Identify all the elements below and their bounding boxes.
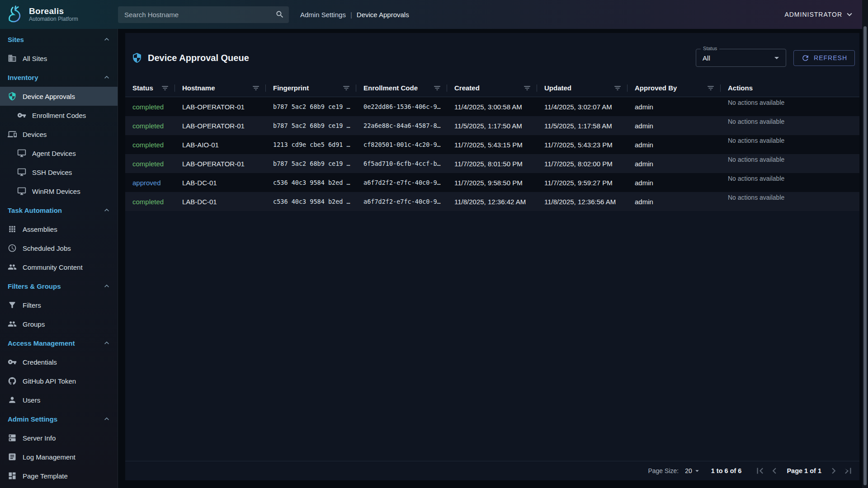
filter-list-icon[interactable] (613, 84, 622, 92)
status-badge: completed (132, 141, 164, 149)
chevron-up-icon (102, 338, 111, 347)
breadcrumb-admin-settings[interactable]: Admin Settings (300, 11, 346, 19)
item-label: Device Approvals (23, 93, 75, 100)
table-header-row: Status Hostname Fingerprint Enrollment C… (125, 79, 859, 97)
sidebar-item-ssh-devices[interactable]: SSH Devices (0, 163, 118, 182)
key-icon (17, 111, 26, 120)
column-header-created[interactable]: Created (447, 79, 537, 97)
page-size-label: Page Size: (648, 467, 679, 474)
column-header-enrollment-code[interactable]: Enrollment Code (356, 79, 447, 97)
actions-cell: No actions available (721, 173, 859, 192)
approved-by-cell: admin (627, 135, 721, 154)
sidebar-item-winrm-devices[interactable]: WinRM Devices (0, 182, 118, 201)
sidebar-item-log-management[interactable]: Log Management (0, 447, 118, 466)
search-icon[interactable] (275, 10, 284, 19)
column-header-fingerprint[interactable]: Fingerprint (266, 79, 356, 97)
next-page-button[interactable] (828, 465, 840, 477)
chevron-up-icon (102, 282, 111, 291)
status-badge: completed (132, 198, 164, 206)
sidebar-section-filters-groups[interactable]: Filters & Groups (0, 277, 118, 296)
user-menu[interactable]: ADMINISTRATOR (784, 9, 868, 19)
created-cell: 11/8/2025, 12:36:42 AM (447, 192, 537, 211)
previous-page-button[interactable] (769, 465, 780, 477)
sidebar-section-admin-settings[interactable]: Admin Settings (0, 409, 118, 428)
item-label: Filters (23, 301, 41, 309)
table-row[interactable]: completed LAB-OPERATOR-01 b787 5ac2 68b9… (125, 116, 859, 135)
section-label: Task Automation (8, 206, 62, 214)
sidebar-item-assemblies[interactable]: Assemblies (0, 220, 118, 239)
sidebar-item-all-sites[interactable]: All Sites (0, 49, 118, 68)
fingerprint-cell: b787 5ac2 68b9 ce19 … (266, 97, 356, 116)
enrollment-code-cell: 6f5ad710-6cfb-4ccf-b… (356, 154, 447, 173)
item-label: Server Info (23, 434, 56, 442)
top-bar: Borealis Automation Platform Admin Setti… (0, 0, 868, 29)
table-row[interactable]: completed LAB-OPERATOR-01 b787 5ac2 68b9… (125, 154, 859, 173)
table-row[interactable]: completed LAB-AIO-01 1213 cd9e cbe5 6d91… (125, 135, 859, 154)
chevron-up-icon (102, 35, 111, 44)
filter-list-icon[interactable] (433, 84, 441, 92)
actions-cell: No actions available (721, 192, 859, 211)
sidebar-item-device-approvals[interactable]: Device Approvals (0, 87, 118, 106)
devices-icon (8, 130, 17, 139)
filter-list-icon[interactable] (523, 84, 531, 92)
sidebar-section-inventory[interactable]: Inventory (0, 68, 118, 87)
sidebar-item-agent-devices[interactable]: Agent Devices (0, 144, 118, 163)
refresh-button[interactable]: REFRESH (793, 50, 855, 66)
column-label: Approved By (635, 84, 677, 92)
page-title: Device Approval Queue (132, 52, 249, 63)
sidebar-item-github-api-token[interactable]: GitHub API Token (0, 371, 118, 390)
sidebar-item-filters[interactable]: Filters (0, 296, 118, 314)
filter-list-icon[interactable] (707, 84, 715, 92)
sidebar-section-access-management[interactable]: Access Management (0, 333, 118, 352)
sidebar-item-enrollment-codes[interactable]: Enrollment Codes (0, 106, 118, 125)
scrollbar-thumb[interactable] (863, 26, 867, 485)
approved-by-cell: admin (627, 173, 721, 192)
brand: Borealis Automation Platform (0, 5, 118, 24)
fingerprint-cell: c536 40c3 9584 b2ed … (266, 192, 356, 211)
page-title-text: Device Approval Queue (148, 53, 249, 63)
sidebar-item-scheduled-jobs[interactable]: Scheduled Jobs (0, 239, 118, 258)
section-label: Sites (8, 36, 24, 43)
actions-cell: No actions available (721, 97, 859, 116)
status-filter-select[interactable]: Status All (696, 49, 786, 67)
monitor-icon (17, 168, 26, 177)
sidebar-item-server-info[interactable]: Server Info (0, 428, 118, 447)
page-size-select[interactable]: 20 (685, 467, 701, 475)
table-row[interactable]: completed LAB-OPERATOR-01 b787 5ac2 68b9… (125, 97, 859, 116)
hostname-cell: LAB-DC-01 (175, 173, 266, 192)
actions-cell: No actions available (721, 116, 859, 135)
filter-list-icon[interactable] (252, 84, 260, 92)
log-icon (8, 452, 17, 461)
building-icon (8, 54, 17, 63)
status-filter-value: All (703, 54, 710, 62)
column-label: Hostname (182, 84, 215, 92)
item-label: Page Template (23, 472, 68, 480)
apps-icon (8, 225, 17, 234)
sidebar-item-users[interactable]: Users (0, 390, 118, 409)
people-icon (8, 263, 17, 272)
column-header-approved-by[interactable]: Approved By (627, 79, 721, 97)
first-page-button[interactable] (754, 465, 766, 477)
column-header-hostname[interactable]: Hostname (175, 79, 266, 97)
column-header-updated[interactable]: Updated (537, 79, 627, 97)
item-label: Enrollment Codes (32, 112, 86, 119)
chevron-up-icon (102, 73, 111, 82)
table-row[interactable]: completed LAB-DC-01 c536 40c3 9584 b2ed … (125, 192, 859, 211)
sidebar-section-sites[interactable]: Sites (0, 30, 118, 49)
item-label: WinRM Devices (32, 188, 80, 195)
column-header-actions[interactable]: Actions (721, 79, 859, 97)
last-page-button[interactable] (842, 465, 854, 477)
sidebar-item-devices[interactable]: Devices (0, 125, 118, 144)
status-badge: completed (132, 160, 164, 168)
sidebar-section-task-automation[interactable]: Task Automation (0, 201, 118, 220)
filter-list-icon[interactable] (161, 84, 169, 92)
sidebar-item-groups[interactable]: Groups (0, 314, 118, 333)
search-input[interactable] (118, 11, 275, 19)
column-header-status[interactable]: Status (125, 79, 175, 97)
sidebar-item-page-template[interactable]: Page Template (0, 466, 118, 485)
updated-cell: 11/5/2025, 1:17:58 AM (537, 116, 627, 135)
sidebar-item-credentials[interactable]: Credentials (0, 352, 118, 371)
filter-list-icon[interactable] (342, 84, 350, 92)
sidebar-item-community-content[interactable]: Community Content (0, 258, 118, 277)
table-row[interactable]: approved LAB-DC-01 c536 40c3 9584 b2ed …… (125, 173, 859, 192)
